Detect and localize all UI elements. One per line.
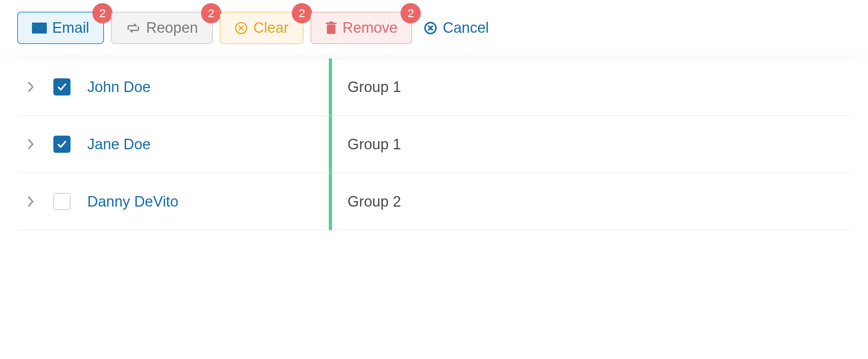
envelope-icon	[32, 23, 47, 34]
email-badge: 2	[92, 3, 113, 23]
reopen-button-label: Reopen	[146, 19, 198, 36]
retweet-icon	[126, 23, 141, 34]
user-link[interactable]: Jane Doe	[87, 136, 151, 152]
circle-x-icon	[424, 21, 437, 35]
list-row: Danny DeVito Group 2	[17, 173, 851, 230]
svg-rect-3	[329, 21, 333, 23]
expand-toggle[interactable]	[17, 138, 44, 150]
chevron-right-icon	[27, 196, 34, 207]
svg-rect-1	[327, 25, 335, 34]
list-row: John Doe Group 1	[17, 58, 851, 116]
cancel-button-label: Cancel	[443, 19, 489, 36]
expand-toggle[interactable]	[17, 196, 44, 207]
status-divider	[329, 173, 332, 230]
circle-x-icon	[235, 21, 248, 35]
row-checkbox[interactable]	[53, 193, 71, 210]
status-divider	[329, 116, 332, 173]
remove-button[interactable]: Remove 2	[311, 12, 413, 44]
user-list: John Doe Group 1 Jane Doe Group 1	[0, 58, 868, 230]
row-name-cell: Jane Doe	[79, 136, 329, 153]
remove-button-label: Remove	[342, 19, 398, 36]
clear-button-label: Clear	[253, 19, 289, 36]
row-checkbox[interactable]	[53, 78, 71, 95]
reopen-button[interactable]: Reopen 2	[111, 12, 213, 44]
row-checkbox-cell	[44, 78, 79, 95]
remove-badge: 2	[400, 3, 421, 23]
user-link[interactable]: John Doe	[87, 79, 151, 95]
status-divider	[329, 58, 332, 115]
user-link[interactable]: Danny DeVito	[87, 193, 178, 210]
expand-toggle[interactable]	[17, 81, 44, 93]
clear-badge: 2	[292, 3, 312, 23]
chevron-right-icon	[27, 81, 34, 93]
trash-icon	[325, 21, 337, 35]
row-name-cell: John Doe	[79, 79, 329, 95]
row-checkbox-cell	[44, 136, 79, 153]
row-checkbox[interactable]	[53, 136, 71, 153]
reopen-badge: 2	[201, 3, 221, 23]
row-group-cell: Group 2	[348, 193, 401, 210]
action-toolbar: Email 2 Reopen 2 Clear 2	[0, 0, 868, 56]
list-row: Jane Doe Group 1	[17, 115, 851, 173]
cancel-button[interactable]: Cancel	[419, 12, 503, 43]
row-checkbox-cell	[44, 193, 79, 210]
email-button-label: Email	[52, 19, 89, 36]
email-button[interactable]: Email 2	[17, 12, 104, 44]
chevron-right-icon	[27, 138, 34, 150]
row-group-cell: Group 1	[348, 79, 401, 95]
row-name-cell: Danny DeVito	[79, 193, 329, 210]
row-group-cell: Group 1	[348, 136, 401, 153]
clear-button[interactable]: Clear 2	[220, 12, 303, 44]
